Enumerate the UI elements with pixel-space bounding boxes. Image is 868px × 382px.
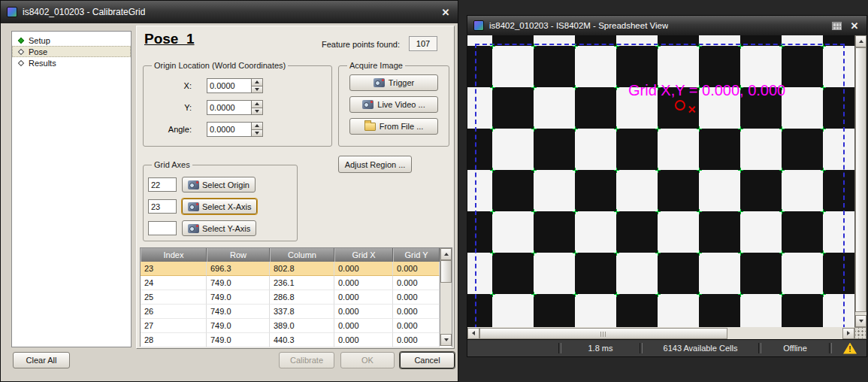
close-icon[interactable]: ✕ [848,20,860,32]
spin-up-button[interactable] [252,122,263,129]
sidebar-item-results[interactable]: Results [12,57,131,68]
origin-angle-input[interactable] [207,122,252,137]
trigger-button[interactable]: Trigger [349,74,438,91]
cell-grid_y: 0.000 [393,262,440,276]
spin-down-button[interactable] [252,86,263,94]
camera-icon [374,78,385,87]
cell-column: 389.0 [270,319,334,333]
vertical-scrollbar[interactable] [854,35,866,327]
sidebar-item-label: Results [29,59,56,68]
scroll-down-button[interactable] [855,315,866,327]
feature-point-icon [779,250,785,256]
spreadsheet-toggle-icon[interactable] [832,22,842,30]
feature-point-icon [614,44,619,49]
scroll-up-button[interactable] [440,248,452,260]
cell-grid_y: 0.000 [393,305,440,319]
feature-points-value: 107 [409,36,437,51]
scroll-left-button[interactable] [467,328,479,339]
feature-point-icon [821,85,826,90]
table-row[interactable]: 24749.0236.10.0000.000 [141,276,452,290]
feature-point-icon [490,126,495,132]
feature-point-icon [614,85,619,90]
status-separator [758,343,761,353]
warning-segment [833,343,866,354]
select-x-axis-button[interactable]: Select X-Axis [182,199,257,214]
scroll-up-button[interactable] [855,35,866,47]
origin-index-input[interactable] [148,177,177,192]
sidebar-item-setup[interactable]: Setup [12,35,131,46]
from-file-button[interactable]: From File ... [349,118,438,135]
scroll-right-button[interactable] [842,328,854,339]
feature-point-icon [821,126,826,132]
origin-location-legend: Origin Location (World Coordinates) [152,61,288,70]
feature-point-icon [531,126,537,132]
cell-grid_y: 0.000 [393,333,440,347]
feature-point-icon [697,126,702,132]
grid-axis-row: Select Origin [148,177,292,193]
spin-down-button[interactable] [252,129,263,138]
spreadsheet-view-titlebar[interactable]: is8402_010203 - IS8402M - Spreadsheet Vi… [467,16,866,35]
table-row[interactable]: 23696.3802.80.0000.000 [141,262,452,276]
table-row[interactable]: 28749.0440.30.0000.000 [141,333,452,347]
origin-field-row: Angle: [148,122,327,137]
column-header: Index [141,248,207,262]
feature-point-icon [573,292,578,297]
feature-point-icon [573,44,578,49]
sidebar-item-pose[interactable]: Pose [12,46,131,57]
clear-all-button[interactable]: Clear All [13,352,70,368]
button-label: Live Video ... [377,100,425,109]
x-axis-index-input[interactable] [148,199,177,214]
folder-icon [364,123,376,131]
origin-fields: X:Y:Angle: [148,78,327,137]
horizontal-scrollbar[interactable] [467,327,854,339]
feature-point-icon [821,209,826,214]
table-row[interactable]: 25749.0286.80.0000.000 [141,290,452,305]
select-y-axis-button[interactable]: Select Y-Axis [182,220,256,236]
grid-table-header: IndexRowColumnGrid XGrid Y [141,248,452,262]
feature-point-icon [655,209,661,214]
spin-down-button[interactable] [252,108,263,116]
close-icon[interactable]: ✕ [440,7,452,18]
table-scrollbar[interactable] [440,248,452,346]
cell-index: 25 [141,290,207,305]
ok-button: OK [340,352,395,368]
feature-point-icon [821,44,826,49]
app-icon [7,7,17,17]
cancel-button[interactable]: Cancel [400,352,455,368]
spin-up-button[interactable] [252,78,263,86]
cell-grid_x: 0.000 [334,305,393,319]
y-axis-index-input[interactable] [148,221,177,235]
spin-up-button[interactable] [252,100,263,108]
feature-point-icon [655,126,661,132]
feature-point-icon [697,250,702,256]
scrollbar-thumb[interactable] [440,260,452,283]
feature-point-icon [614,292,619,297]
adjust-region-button[interactable]: Adjust Region ... [338,156,412,173]
cell-index: 24 [141,276,207,290]
table-row[interactable]: 27749.0389.00.0000.000 [141,319,452,333]
feature-point-icon [821,168,826,173]
camera-icon [188,180,199,189]
button-label: Trigger [389,78,414,87]
live-video-button[interactable]: Live Video ... [349,96,438,113]
table-row[interactable]: 26749.0337.80.0000.000 [141,305,452,319]
image-view[interactable]: Grid X,Y = 0.000, 0.000 [467,35,854,327]
select-origin-button[interactable]: Select Origin [182,177,256,193]
resize-grip[interactable] [854,327,866,339]
cell-index: 26 [141,305,207,319]
cell-index: 28 [141,333,207,347]
scroll-down-button[interactable] [440,334,452,346]
field-label: X: [148,81,192,90]
scrollbar-thumb[interactable] [855,47,866,312]
status-bar: 1.8 ms 6143 Available Cells Offline [467,339,866,356]
origin-field-row: Y: [148,100,327,115]
origin-x-input[interactable] [207,78,252,93]
feature-point-icon [573,250,578,256]
calibrate-button: Calibrate [279,352,334,368]
feature-point-icon [738,209,743,214]
origin-y-input[interactable] [207,100,252,115]
feature-points-label: Feature points found: [322,40,400,49]
scrollbar-thumb[interactable] [479,328,727,339]
feature-point-icon [573,126,578,132]
calibrate-grid-titlebar[interactable]: is8402_010203 - CalibrateGrid ✕ [1,1,458,23]
